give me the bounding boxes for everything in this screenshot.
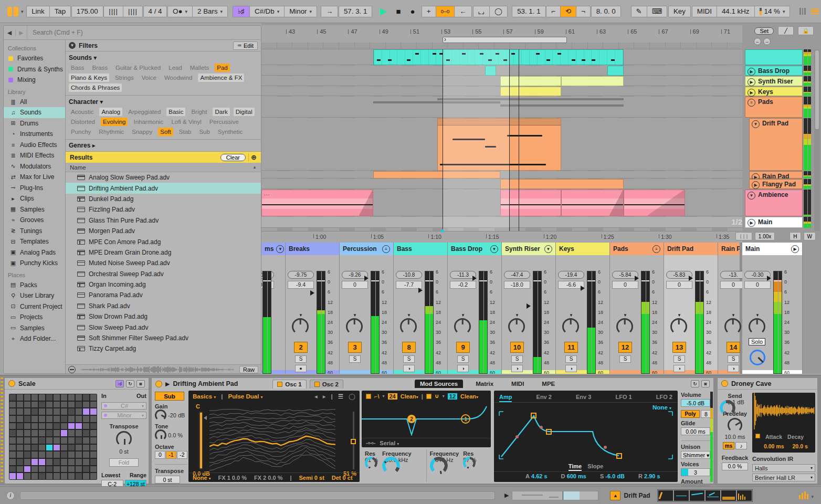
result-item[interactable]: Slow Drown Pad.adg — [66, 311, 261, 322]
scale-grid-cell[interactable] — [61, 408, 67, 415]
scale-grid-cell[interactable] — [76, 394, 82, 401]
volume-field[interactable]: -0.2 — [450, 281, 476, 289]
pan-knob[interactable] — [724, 318, 741, 335]
fader-handle[interactable] — [472, 276, 477, 281]
filter2-res-knob[interactable] — [463, 457, 476, 469]
scale-grid[interactable] — [9, 394, 97, 480]
scale-grid-cell[interactable] — [31, 452, 38, 458]
filter2-enable-led[interactable] — [426, 394, 431, 399]
drift-preview-icon[interactable]: ▶ — [165, 381, 170, 387]
hot-swap-icon[interactable]: ↻ — [126, 380, 134, 387]
filter-tag-distorted[interactable]: Distorted — [69, 118, 97, 126]
sidebar-item-current-project[interactable]: ⊡Current Project — [4, 301, 65, 312]
ir-file-menu[interactable]: Berliner Hall LR▾ — [752, 474, 815, 481]
play-icon[interactable]: ▶ — [748, 78, 755, 86]
env-tab-amp[interactable]: Amp — [499, 393, 512, 402]
result-item[interactable]: Orchestral Sweep Pad.adv — [66, 269, 261, 279]
scale-grid-cell[interactable] — [39, 416, 45, 422]
play-icon[interactable]: ▶ — [752, 181, 760, 189]
sidebar-item-drums[interactable]: ⊞Drums — [4, 118, 65, 129]
pan-knob[interactable] — [749, 318, 765, 335]
nudge-up-button[interactable]: |||| — [123, 6, 143, 17]
session-record-button[interactable]: ◯ — [489, 6, 508, 17]
punch-out-button[interactable]: ¬ — [576, 6, 591, 17]
filter-tag-bass[interactable]: Bass — [69, 64, 87, 72]
result-item[interactable]: Organ Incoming.adg — [66, 279, 261, 290]
nudge-down-button[interactable]: |||| — [103, 6, 123, 17]
scale-grid-cell[interactable] — [24, 423, 30, 429]
scale-grid-cell[interactable] — [61, 473, 67, 479]
capture-midi-button[interactable]: ⌞⌟ — [473, 6, 490, 17]
filter2-mode-menu[interactable]: Clean▾ — [460, 393, 478, 400]
pan-knob[interactable] — [400, 318, 417, 335]
automation-reset-button[interactable]: ◑ — [565, 365, 577, 372]
filter-tag-arpeggiated[interactable]: Arpeggiated — [126, 108, 163, 116]
filter-tag-lofi-vinyl[interactable]: Lofi & Vinyl — [169, 118, 203, 126]
fader-handle[interactable] — [581, 286, 585, 291]
filter1-mode-menu[interactable]: Clean▾ — [401, 393, 418, 400]
mixer-track-title[interactable]: Synth Riser▼ — [502, 243, 555, 255]
device-chain-expand-button[interactable]: ▲ — [610, 491, 620, 500]
sidebar-item-samples[interactable]: ▭Samples — [4, 323, 65, 334]
scale-grid-cell[interactable] — [83, 437, 89, 444]
arrangement-clip[interactable] — [607, 66, 624, 76]
overview-window[interactable] — [563, 491, 580, 500]
result-item[interactable]: Analog Slow Sweep Pad.adv — [66, 172, 261, 183]
lock-envelopes-button[interactable]: 🔒 — [798, 26, 814, 35]
adsr-curve[interactable] — [494, 404, 678, 462]
filter-tag-synthetic[interactable]: Synthetic — [216, 128, 245, 136]
track-width-button[interactable]: W — [804, 232, 816, 240]
scale-grid-cell[interactable] — [68, 473, 75, 479]
mixer-strip-bass[interactable]: Bass-10.8-7.76061218243036424860▼8S◑ — [394, 243, 448, 374]
track-number-arm-button[interactable]: 13 — [672, 342, 686, 353]
scale-grid-cell[interactable] — [83, 408, 89, 415]
scale-grid-cell[interactable] — [68, 416, 75, 422]
browser-back-button[interactable]: ◀ — [4, 29, 15, 36]
playback-speed-field[interactable]: 1.00x — [755, 232, 775, 240]
mixer-track-title[interactable]: Drift Pad — [664, 243, 718, 255]
computer-midi-keyboard-button[interactable]: ⌨ — [647, 6, 667, 17]
predelay-value[interactable]: 10.0 ms — [720, 434, 750, 440]
decay-value[interactable]: 600 ms — [567, 473, 586, 479]
preview-headphone-icon[interactable] — [68, 366, 76, 373]
scale-grid-cell[interactable] — [76, 423, 82, 429]
solo-button[interactable]: S — [457, 355, 469, 363]
results-name-column-header[interactable]: Name▲ — [66, 163, 261, 172]
peak-level-display[interactable]: -10.8 — [396, 271, 422, 279]
predelay-knob[interactable] — [728, 418, 742, 433]
fader-handle[interactable] — [418, 288, 423, 293]
scale-grid-cell[interactable] — [31, 423, 38, 429]
predelay-sync-toggle[interactable]: ♪ — [735, 442, 747, 449]
arrangement-clip[interactable] — [561, 76, 623, 86]
fold-button[interactable]: Fold — [109, 458, 139, 467]
filter-tag-bright[interactable]: Bright — [189, 108, 209, 116]
sidebar-item-plug-ins[interactable]: ⊸Plug-Ins — [4, 183, 65, 194]
scale-grid-cell[interactable] — [76, 473, 82, 479]
scale-grid-cell[interactable] — [90, 408, 97, 415]
predelay-ms-toggle[interactable]: ms — [723, 442, 734, 449]
tab-matrix[interactable]: Matrix — [470, 380, 499, 388]
scale-grid-cell[interactable] — [17, 445, 23, 451]
scale-grid-cell[interactable] — [54, 423, 60, 429]
scale-grid-cell[interactable] — [54, 459, 60, 465]
ir-decay-value[interactable]: 20.0 s — [793, 443, 808, 449]
track-height-button[interactable]: H — [790, 232, 801, 240]
track-header-drift-pad[interactable]: ▼Drift Pad — [749, 118, 803, 171]
osc-level-slider[interactable] — [199, 412, 203, 469]
fold-icon[interactable]: ▼ — [748, 192, 755, 200]
tab-osc2[interactable]: Osc 2 — [310, 380, 343, 388]
scale-grid-cell[interactable] — [90, 466, 97, 472]
env-tab-lfo1[interactable]: LFO 1 — [616, 393, 632, 402]
scale-grid-cell[interactable] — [39, 437, 45, 444]
scale-grid-cell[interactable] — [76, 437, 82, 444]
track-header-bass-drop[interactable]: ▶Bass Drop — [745, 66, 803, 76]
tone-knob[interactable] — [155, 429, 166, 441]
scale-grid-cell[interactable] — [39, 394, 45, 401]
env-tab-env2[interactable]: Env 2 — [536, 393, 552, 402]
sidebar-item-clips[interactable]: ▸Clips — [4, 193, 65, 204]
volume-field[interactable]: 0 — [666, 281, 692, 289]
browser-forward-button[interactable]: ▶ — [15, 29, 27, 36]
drift-save-icon[interactable]: ◙ — [701, 380, 710, 387]
filter1-enable-led[interactable] — [366, 394, 371, 399]
ir-category-menu[interactable]: Halls▾ — [752, 464, 815, 472]
